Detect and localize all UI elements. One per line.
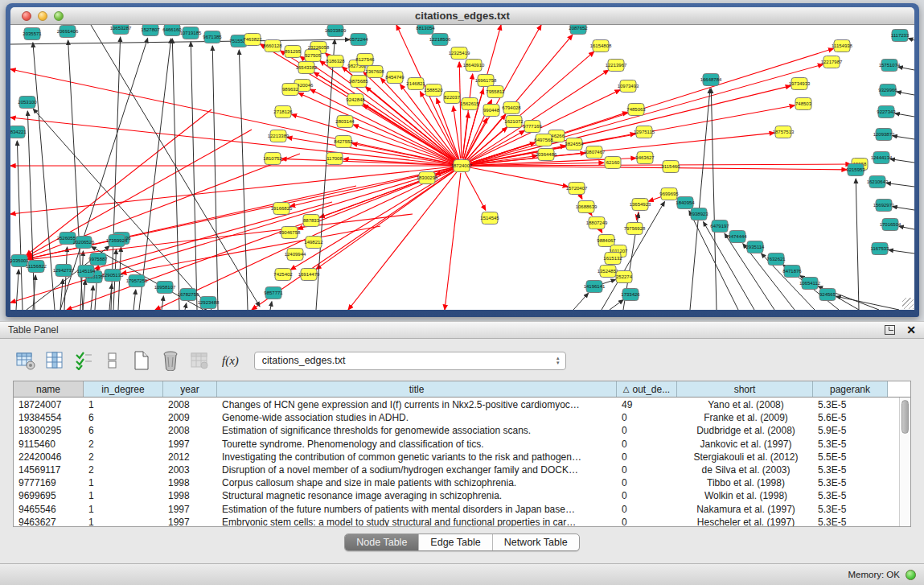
graph-node[interactable]: 9215953 (846, 164, 865, 176)
graph-node[interactable]: 1498212 (304, 237, 323, 249)
graph-node[interactable]: 8471876 (782, 266, 802, 278)
red-edge[interactable] (252, 170, 456, 310)
graph-node[interactable]: 822037 (444, 92, 461, 104)
graph-node[interactable]: 1562615 (460, 98, 479, 110)
black-edge[interactable] (886, 183, 914, 187)
graph-node[interactable]: 891295 (285, 46, 302, 58)
table-row[interactable]: 946554611997Estimation of the future num… (14, 503, 910, 516)
tab-edge-table[interactable]: Edge Table (419, 534, 492, 550)
graph-node[interactable]: 12409944 (285, 249, 306, 261)
rows-icon-button[interactable] (101, 350, 123, 372)
graph-node[interactable]: 9242848 (346, 94, 365, 106)
red-edge[interactable] (648, 196, 662, 201)
graph-node[interactable]: 10653287 (110, 25, 132, 35)
red-edge[interactable] (348, 171, 457, 310)
table-row[interactable]: 1830029562008Estimation of significance … (14, 424, 910, 437)
red-edge[interactable] (469, 167, 568, 187)
red-edge[interactable] (465, 172, 486, 210)
graph-node[interactable]: 10958107 (154, 282, 176, 294)
graph-node[interactable]: 7955812 (486, 86, 505, 98)
new-table-button[interactable] (130, 350, 152, 372)
graph-node[interactable]: 10973493 (618, 80, 639, 93)
graph-node[interactable]: 2935114 (746, 241, 766, 253)
graph-node[interactable]: 20691406 (57, 26, 79, 38)
graph-node[interactable]: 16914479 (298, 269, 320, 281)
close-window-button[interactable] (22, 11, 31, 21)
graph-node[interactable]: 8454749 (385, 72, 405, 84)
resize-grip[interactable] (902, 298, 914, 309)
graph-node[interactable]: 9875685 (349, 76, 368, 88)
network-canvas[interactable]: 2035571206914061065328715278076466160107… (10, 25, 914, 310)
graph-node[interactable]: 927505 (305, 50, 322, 62)
graph-node[interactable]: 6497568 (534, 134, 553, 146)
table-row[interactable]: 969969511998Structural magnetic resonanc… (14, 489, 910, 502)
table-select-combo[interactable]: citations_edges.txt ▲▼ (254, 352, 566, 370)
column-header[interactable]: short (677, 381, 813, 397)
function-builder-button[interactable]: f(x) (217, 354, 242, 368)
graph-node[interactable]: 7632621 (766, 253, 786, 266)
vertical-scrollbar[interactable] (899, 398, 910, 526)
black-edge[interactable] (893, 207, 914, 210)
column-header[interactable]: in_degree (84, 381, 163, 397)
table-row[interactable]: 1938455462009Genome-wide association stu… (14, 411, 910, 424)
graph-node[interactable]: 16961758 (475, 75, 497, 87)
graph-node[interactable]: 9975887 (88, 253, 108, 266)
graph-node[interactable]: 17359924 (106, 235, 128, 247)
black-edge[interactable] (893, 136, 914, 139)
graph-node[interactable]: 8427552 (334, 136, 353, 148)
minimize-window-button[interactable] (38, 11, 47, 21)
graph-node[interactable]: 11154938 (832, 40, 852, 52)
black-edge[interactable] (270, 302, 272, 310)
black-edge[interactable] (185, 303, 187, 310)
red-edge[interactable] (600, 229, 602, 233)
graph-node[interactable]: 990448 (483, 105, 500, 117)
graph-node[interactable]: 12213389 (268, 130, 290, 142)
graph-node[interactable]: 1588520 (424, 84, 443, 97)
graph-node[interactable]: 9115460 (662, 161, 681, 173)
graph-node[interactable]: 3572244 (349, 34, 368, 46)
graph-node[interactable]: 12213967 (606, 60, 627, 72)
delete-table-button[interactable] (159, 350, 181, 372)
graph-node[interactable]: 9699695 (659, 188, 679, 200)
graph-node[interactable]: 1527807 (141, 25, 160, 36)
red-edge[interactable] (445, 173, 461, 310)
graph-node[interactable]: 989632 (282, 84, 299, 96)
graph-node[interactable]: 8127546 (355, 54, 375, 66)
table-mode-button[interactable] (14, 350, 36, 372)
graph-node[interactable]: 20364486 (536, 149, 557, 161)
graph-node[interactable]: 2035571 (23, 28, 42, 40)
graph-node[interactable]: 18757513 (773, 126, 795, 138)
graph-node[interactable]: 10807467 (584, 146, 606, 159)
red-edge[interactable] (10, 69, 454, 164)
zoom-window-button[interactable] (54, 11, 64, 21)
graph-node[interactable]: 117008 (326, 153, 343, 165)
graph-node[interactable]: 16782759 (178, 289, 199, 301)
graph-node[interactable]: 9857771 (264, 287, 283, 299)
graph-node[interactable]: 12325419 (449, 47, 470, 60)
graph-node[interactable]: 12217987 (821, 56, 843, 68)
scrollbar-thumb[interactable] (901, 400, 909, 434)
graph-node[interactable]: 8660128 (263, 40, 282, 52)
graph-node[interactable]: 1615132 (603, 253, 622, 265)
table-row[interactable]: 1872400712008Changes of HCN gene express… (14, 398, 910, 411)
memory-ok-icon[interactable] (906, 570, 916, 580)
graph-node[interactable]: 9227343 (877, 106, 896, 118)
black-edge[interactable] (610, 299, 623, 310)
graph-node[interactable]: 1834221 (10, 126, 27, 138)
graph-node[interactable]: 16648784 (700, 74, 722, 86)
graph-node[interactable]: 62160 (605, 157, 621, 169)
graph-node[interactable]: 6479197 (710, 220, 729, 233)
graph-node[interactable]: 12975115 (634, 126, 655, 138)
graph-node[interactable]: 887833 (303, 215, 320, 227)
graph-canvas[interactable]: 2035571206914061065328715278076466160107… (10, 25, 914, 310)
black-edge[interactable] (139, 39, 171, 310)
red-edge[interactable] (469, 166, 847, 170)
graph-node[interactable]: 12093872 (873, 129, 895, 141)
tab-node-table[interactable]: Node Table (345, 534, 419, 550)
graph-node[interactable]: 16543382 (296, 62, 318, 74)
black-edge[interactable] (91, 286, 93, 310)
black-edge[interactable] (711, 89, 717, 310)
graph-node[interactable]: 2146821 (406, 78, 425, 90)
black-edge[interactable] (239, 50, 248, 310)
graph-node[interactable]: 15692971 (873, 200, 895, 212)
